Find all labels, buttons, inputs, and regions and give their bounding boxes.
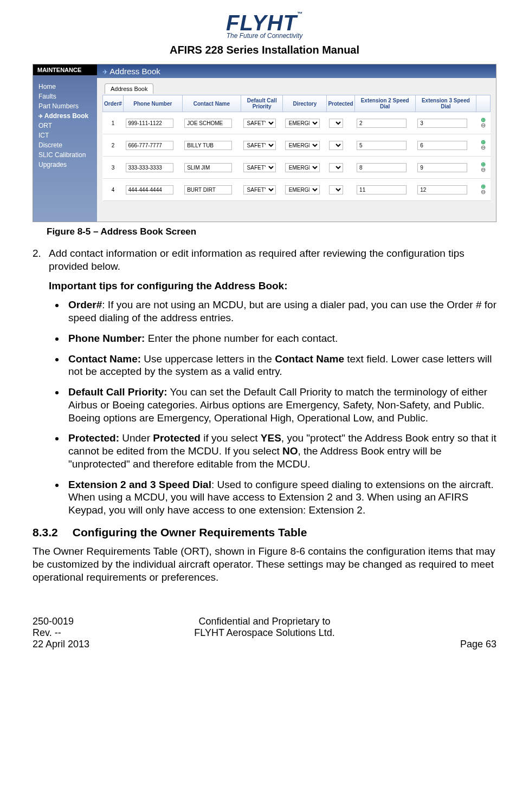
table-row: 4SAFETYEMERGENCYNO⊕⊖ bbox=[103, 179, 491, 201]
section-text: The Owner Requirements Table (ORT), show… bbox=[33, 545, 496, 583]
remove-row-icon[interactable]: ⊖ bbox=[479, 123, 488, 128]
remove-row-icon[interactable]: ⊖ bbox=[479, 190, 488, 195]
priority-select[interactable]: SAFETY bbox=[243, 185, 276, 194]
nav-home[interactable]: Home bbox=[38, 82, 94, 92]
screenshot-sidebar: MAINTENANCE Home Faults Part Numbers Add… bbox=[33, 64, 97, 222]
sidebar-heading: MAINTENANCE bbox=[33, 64, 97, 75]
phone-input[interactable] bbox=[126, 119, 174, 128]
priority-select[interactable]: SAFETY bbox=[243, 141, 276, 150]
ext2-input[interactable] bbox=[357, 141, 407, 150]
phone-input[interactable] bbox=[126, 141, 174, 150]
nav-address-book[interactable]: Address Book bbox=[38, 111, 94, 121]
nav-slic-calibration[interactable]: SLIC Calibration bbox=[38, 150, 94, 160]
col-ext2: Extension 2 Speed Dial bbox=[354, 95, 415, 112]
list-item: Protected: Under Protected if you select… bbox=[65, 432, 496, 470]
contact-input[interactable] bbox=[184, 163, 232, 172]
directory-select[interactable]: EMERGENCY bbox=[285, 119, 320, 128]
footer-right: Page 63 bbox=[342, 616, 496, 650]
step-text: Add contact information or edit informat… bbox=[49, 247, 496, 273]
list-item: Default Call Priority: You can set the D… bbox=[65, 386, 496, 424]
contact-input[interactable] bbox=[184, 119, 232, 128]
col-phone: Phone Number bbox=[124, 95, 183, 112]
row-actions[interactable]: ⊕⊖ bbox=[476, 134, 491, 157]
col-directory: Directory bbox=[283, 95, 327, 112]
row-actions[interactable]: ⊕⊖ bbox=[476, 179, 491, 201]
col-order: Order# bbox=[103, 95, 124, 112]
logo-tagline: The Future of Connectivity bbox=[33, 32, 496, 40]
directory-select[interactable]: EMERGENCY bbox=[285, 185, 320, 194]
ext2-input[interactable] bbox=[357, 185, 407, 194]
table-row: 2SAFETYEMERGENCYNO⊕⊖ bbox=[103, 134, 491, 157]
priority-select[interactable]: SAFETY bbox=[243, 119, 276, 128]
doc-date: 22 April 2013 bbox=[33, 639, 187, 650]
ext2-input[interactable] bbox=[357, 163, 407, 172]
protected-select[interactable]: NO bbox=[329, 163, 343, 172]
protected-select[interactable]: NO bbox=[329, 141, 343, 150]
list-item: Phone Number: Enter the phone number for… bbox=[65, 332, 496, 345]
step-number: 2. bbox=[33, 247, 49, 273]
row-actions[interactable]: ⊕⊖ bbox=[476, 112, 491, 134]
step-2: 2. Add contact information or edit infor… bbox=[33, 247, 496, 273]
logo-text: FLYHT bbox=[226, 11, 297, 35]
ext2-input[interactable] bbox=[357, 119, 407, 128]
logo-tm: ™ bbox=[297, 11, 303, 17]
col-priority: Default Call Priority bbox=[241, 95, 283, 112]
remove-row-icon[interactable]: ⊖ bbox=[479, 145, 488, 151]
doc-rev: Rev. -- bbox=[33, 627, 187, 639]
table-row: 1SAFETYEMERGENCYNO⊕⊖ bbox=[103, 112, 491, 134]
nav-upgrades[interactable]: Upgrades bbox=[38, 160, 94, 170]
address-book-table: Order# Phone Number Contact Name Default… bbox=[102, 95, 491, 201]
screenshot-figure: MAINTENANCE Home Faults Part Numbers Add… bbox=[33, 64, 496, 222]
list-item: Extension 2 and 3 Speed Dial: Used to co… bbox=[65, 478, 496, 517]
directory-select[interactable]: EMERGENCY bbox=[285, 141, 320, 150]
list-item: Order#: If you are not using an MCDU, bu… bbox=[65, 298, 496, 324]
ext3-input[interactable] bbox=[417, 163, 467, 172]
ext3-input[interactable] bbox=[417, 185, 467, 194]
cell-order: 1 bbox=[103, 112, 124, 134]
footer-left: 250-0019 Rev. -- 22 April 2013 bbox=[33, 616, 187, 650]
list-item: Contact Name: Use uppercase letters in t… bbox=[65, 353, 496, 379]
phone-input[interactable] bbox=[126, 185, 174, 194]
figure-caption: Figure 8-5 – Address Book Screen bbox=[47, 226, 496, 237]
col-protected: Protected bbox=[327, 95, 354, 112]
nav-faults[interactable]: Faults bbox=[38, 92, 94, 101]
doc-number: 250-0019 bbox=[33, 616, 187, 627]
nav-ict[interactable]: ICT bbox=[38, 131, 94, 140]
section-title: Configuring the Owner Requirements Table bbox=[73, 526, 307, 538]
col-ext3: Extension 3 Speed Dial bbox=[415, 95, 476, 112]
cell-order: 3 bbox=[103, 157, 124, 179]
phone-input[interactable] bbox=[126, 163, 174, 172]
priority-select[interactable]: SAFETY bbox=[243, 163, 276, 172]
ext3-input[interactable] bbox=[417, 141, 467, 150]
row-actions[interactable]: ⊕⊖ bbox=[476, 157, 491, 179]
ext3-input[interactable] bbox=[417, 119, 467, 128]
page-header: FLYHT™ The Future of Connectivity bbox=[33, 11, 496, 40]
section-heading: 8.3.2 Configuring the Owner Requirements… bbox=[33, 525, 496, 540]
protected-select[interactable]: NO bbox=[329, 185, 343, 194]
confidential-line1: Confidential and Proprietary to bbox=[187, 616, 341, 627]
nav-ort[interactable]: ORT bbox=[38, 121, 94, 131]
contact-input[interactable] bbox=[184, 185, 232, 194]
protected-select[interactable]: NO bbox=[329, 119, 343, 128]
confidential-line2: FLYHT Aerospace Solutions Ltd. bbox=[187, 627, 341, 639]
directory-select[interactable]: EMERGENCY bbox=[285, 163, 320, 172]
col-contact: Contact Name bbox=[182, 95, 241, 112]
tips-title: Important tips for configuring the Addre… bbox=[49, 280, 496, 293]
manual-title: AFIRS 228 Series Installation Manual bbox=[33, 44, 496, 56]
tips-list: Order#: If you are not using an MCDU, bu… bbox=[49, 298, 496, 517]
tab-address-book[interactable]: Address Book bbox=[105, 83, 153, 94]
table-row: 3SAFETYEMERGENCYNO⊕⊖ bbox=[103, 157, 491, 179]
cell-order: 4 bbox=[103, 179, 124, 201]
main-title-bar: Address Book bbox=[97, 64, 496, 78]
page-number: Page 63 bbox=[460, 639, 496, 649]
page-footer: 250-0019 Rev. -- 22 April 2013 Confident… bbox=[33, 616, 496, 650]
contact-input[interactable] bbox=[184, 141, 232, 150]
section-number: 8.3.2 bbox=[33, 525, 69, 540]
nav-discrete[interactable]: Discrete bbox=[38, 140, 94, 150]
footer-center: Confidential and Proprietary to FLYHT Ae… bbox=[187, 616, 341, 650]
cell-order: 2 bbox=[103, 134, 124, 157]
nav-part-numbers[interactable]: Part Numbers bbox=[38, 101, 94, 111]
remove-row-icon[interactable]: ⊖ bbox=[479, 167, 488, 173]
